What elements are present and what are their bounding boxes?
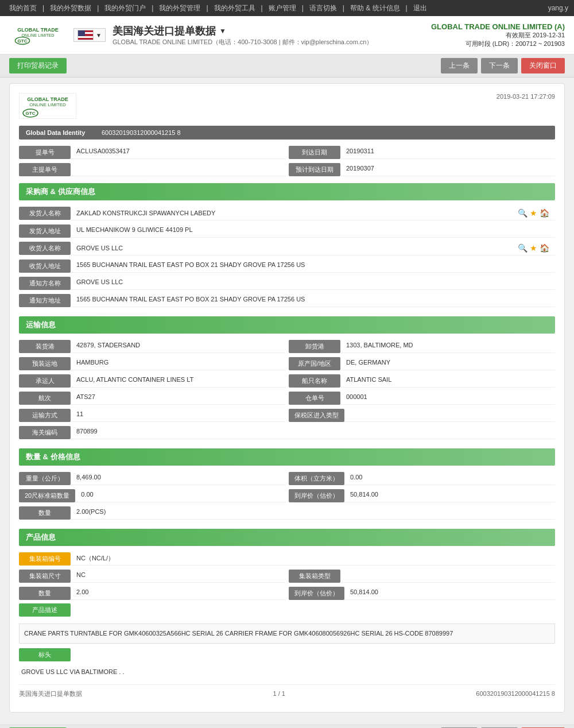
touda-label: 到达日期: [289, 146, 340, 159]
haiguan-label: 海关编码: [19, 426, 71, 439]
nav-portal[interactable]: 我的外贸门户: [101, 3, 149, 13]
tongzhi-addr-label: 通知方地址: [19, 294, 71, 307]
nav-management[interactable]: 我的外贸管理: [156, 3, 204, 13]
tongzhi-label: 通知方名称: [19, 277, 71, 290]
nav-sep6: |: [302, 4, 304, 12]
flag-dropdown-arrow[interactable]: ▼: [96, 32, 102, 38]
jizhuang-type-label: 集装箱类型: [289, 570, 340, 583]
nav-help[interactable]: 帮助 & 统计信息: [347, 3, 404, 13]
next-button[interactable]: 下一条: [481, 58, 518, 73]
chuanming-value: ATLANTIC SAIL: [340, 374, 555, 388]
zhuangang-field: 装货港 42879, STADERSAND: [19, 339, 285, 353]
buyer-supplier-header: 采购商 & 供应商信息: [19, 183, 555, 200]
shouhuoren-icons: 🔍 ★ 🏠: [518, 243, 549, 253]
twenty-danjia-row: 20尺标准箱数量 0.00 到岸价（估价） 50,814.00: [19, 489, 555, 502]
canghao-field: 仓单号 000001: [289, 391, 555, 405]
yunshufangshi-value: 11: [71, 408, 285, 422]
language-flag-selector[interactable]: ▼: [73, 28, 106, 42]
svg-text:GTC: GTC: [26, 111, 36, 116]
zhuangang-value: 42879, STADERSAND: [71, 339, 285, 353]
nav-sep3: |: [152, 4, 153, 12]
xiegang-label: 卸货港: [289, 340, 340, 353]
jizhuang-size-label: 集装箱尺寸: [19, 570, 71, 583]
zhongliang-value: 8,469.00: [71, 471, 285, 485]
danjia2-field: 到岸价（估价） 50,814.00: [289, 586, 555, 600]
header-right-info: GLOBAL TRADE ONLINE LIMITED (A) 有效期至 201…: [431, 22, 565, 48]
jizhuang-size-type-row: 集装箱尺寸 NC 集装箱类型: [19, 569, 555, 583]
nav-account[interactable]: 账户管理: [265, 3, 300, 13]
shuliang-value: 2.00(PCS): [71, 506, 555, 520]
shouhuoren-label: 收货人名称: [19, 242, 71, 255]
title-dropdown-arrow[interactable]: ▼: [219, 27, 226, 35]
username-display: yang.y: [548, 4, 568, 12]
nav-tools[interactable]: 我的外贸工具: [211, 3, 259, 13]
tidan-value: ACLUSA00353417: [71, 145, 285, 159]
yunshufangshi-field: 运输方式 11: [19, 408, 285, 422]
tongzhi-value: GROVE US LLC: [71, 276, 555, 290]
svg-text:GLOBAL TRADE: GLOBAL TRADE: [17, 27, 58, 33]
yuzhuang-label: 预装运地: [19, 357, 71, 370]
nav-sep1: |: [42, 4, 44, 12]
yuzhuang-value: HAMBURG: [71, 357, 285, 370]
product-header: 产品信息: [19, 529, 555, 546]
record-header: GLOBAL TRADE ONLINE LIMITED GTC 2019-03-…: [19, 93, 555, 119]
prev-button[interactable]: 上一条: [441, 58, 478, 73]
xiegang-value: 1303, BALTIMORE, MD: [340, 339, 555, 353]
svg-text:ONLINE LIMITED: ONLINE LIMITED: [21, 33, 54, 38]
fahuoren-addr-label: 发货人地址: [19, 224, 71, 238]
page-title: 美国海关进口提单数据: [113, 24, 216, 38]
jizhuang-size-value: NC: [71, 569, 285, 583]
nav-trade-data[interactable]: 我的外贸数据: [46, 3, 95, 13]
pagination-mid: 1 / 1: [273, 690, 285, 697]
chanpin-label: 原产国/地区: [289, 357, 340, 370]
danjia2-value: 50,814.00: [344, 586, 555, 600]
pagination-left: 美国海关进口提单数据: [19, 690, 82, 698]
touda-value: 20190311: [340, 145, 555, 159]
svg-text:ONLINE LIMITED: ONLINE LIMITED: [29, 102, 66, 107]
jizhuanghao-value: NC（NC/L/）: [71, 552, 555, 566]
transport-header: 运输信息: [19, 316, 555, 334]
top-navigation: 我的首页 | 我的外贸数据 | 我的外贸门户 | 我的外贸管理 | 我的外贸工具…: [0, 0, 574, 16]
fahuoren-search-icon[interactable]: 🔍: [518, 208, 528, 218]
fahuoren-star-icon[interactable]: ★: [530, 208, 537, 218]
main-content: GLOBAL TRADE ONLINE LIMITED GTC 2019-03-…: [0, 78, 574, 724]
tidan-row: 提单号 ACLUSA00353417 到达日期 20190311: [19, 145, 555, 159]
navigation-buttons: 上一条 下一条 关闭窗口: [441, 58, 565, 73]
product-desc-box: CRANE PARTS TURNTABLE FOR GMK40600325A56…: [19, 624, 555, 644]
zhutidan-field: 主提单号: [19, 162, 285, 176]
zhutidan-value: [71, 162, 285, 176]
yunshu-row: 运输方式 11 保税区进入类型: [19, 408, 555, 422]
chuanming-field: 船只名称 ATLANTIC SAIL: [289, 374, 555, 388]
yujitida-field: 预计到达日期 20190307: [289, 162, 555, 176]
zhongliang-label: 重量（公斤）: [19, 472, 71, 485]
close-button[interactable]: 关闭窗口: [521, 58, 565, 73]
print-button[interactable]: 打印贸易记录: [9, 58, 67, 73]
haiguan-value: 870899: [71, 425, 555, 439]
zhutidan-label: 主提单号: [19, 163, 71, 176]
fahuoren-home-icon[interactable]: 🏠: [540, 208, 549, 218]
yunshufangshi-label: 运输方式: [19, 409, 71, 422]
zhutidan-row: 主提单号 预计到达日期 20190307: [19, 162, 555, 176]
tiji-field: 体积（立方米） 0.00: [289, 471, 555, 485]
bottom-toolbar: 打印贸易记录 上一条 下一条 关闭窗口: [0, 724, 574, 729]
haiguan-field: 海关编码 870899: [19, 425, 555, 439]
yuzhuang-field: 预装运地 HAMBURG: [19, 357, 285, 370]
record-card: GLOBAL TRADE ONLINE LIMITED GTC 2019-03-…: [9, 83, 565, 712]
flag-canton: [78, 30, 85, 36]
danjia-value: 50,814.00: [344, 489, 555, 502]
shouhuoren-search-icon[interactable]: 🔍: [518, 243, 528, 253]
canghao-value: 000001: [340, 391, 555, 405]
tidan-label: 提单号: [19, 146, 71, 159]
tiji-label: 体积（立方米）: [289, 472, 344, 485]
shouhuoren-home-icon[interactable]: 🏠: [540, 243, 549, 253]
fahuoren-icons: 🔍 ★ 🏠: [518, 208, 549, 218]
pagination-row: 美国海关进口提单数据 1 / 1 600320190312000041215 8: [19, 684, 555, 703]
nav-language[interactable]: 语言切换: [306, 3, 340, 13]
baoshui-value: [344, 408, 555, 422]
jizhuang-type-value: [340, 569, 555, 583]
pagination-right: 600320190312000041215 8: [476, 690, 555, 697]
nav-logout[interactable]: 退出: [410, 3, 430, 13]
hangci-field: 航次 ATS27: [19, 391, 285, 405]
nav-home[interactable]: 我的首页: [6, 3, 40, 13]
shouhuoren-star-icon[interactable]: ★: [530, 243, 537, 253]
